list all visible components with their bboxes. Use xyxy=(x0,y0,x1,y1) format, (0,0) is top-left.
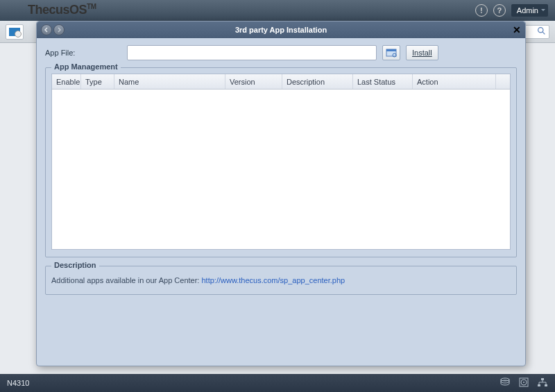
close-button[interactable]: ✕ xyxy=(513,24,521,35)
svg-line-1 xyxy=(543,32,545,34)
dialog-title: 3rd party App Installation xyxy=(37,26,525,34)
disk-icon[interactable] xyxy=(500,377,511,389)
browse-icon xyxy=(386,48,397,58)
status-bar: N4310 xyxy=(0,374,555,392)
description-panel: Description Additional apps available in… xyxy=(45,266,517,295)
col-last-status[interactable]: Last Status xyxy=(353,74,413,89)
dialog-titlebar[interactable]: 3rd party App Installation ✕ xyxy=(37,22,525,38)
col-version[interactable]: Version xyxy=(225,74,282,89)
col-spacer xyxy=(496,74,510,89)
app-management-legend: App Management xyxy=(51,62,121,71)
app-table: Enable Type Name Version Description Las… xyxy=(51,74,511,250)
brand-logo: ThecusOSTM xyxy=(28,3,96,17)
svg-rect-12 xyxy=(545,384,547,386)
app-management-panel: App Management Enable Type Name Version … xyxy=(45,67,517,257)
browse-button[interactable] xyxy=(382,45,400,60)
col-enable[interactable]: Enable xyxy=(52,74,81,89)
col-type[interactable]: Type xyxy=(81,74,114,89)
app-center-link[interactable]: http://www.thecus.com/sp_app_center.php xyxy=(201,276,345,284)
svg-rect-11 xyxy=(538,384,540,386)
search-icon xyxy=(537,26,546,37)
install-button[interactable]: Install xyxy=(406,45,438,60)
apps-shortcut-icon[interactable] xyxy=(6,24,24,40)
model-label: N4310 xyxy=(7,379,29,387)
table-body xyxy=(52,90,510,249)
svg-rect-3 xyxy=(386,49,396,51)
col-action[interactable]: Action xyxy=(413,74,496,89)
description-text: Additional apps available in our App Cen… xyxy=(51,276,201,284)
file-label: App File: xyxy=(45,49,121,57)
svg-rect-10 xyxy=(541,378,544,380)
app-file-input[interactable] xyxy=(127,45,377,60)
app-installation-dialog: 3rd party App Installation ✕ App File: I… xyxy=(36,21,526,366)
col-description[interactable]: Description xyxy=(282,74,353,89)
network-icon[interactable] xyxy=(537,377,548,389)
col-name[interactable]: Name xyxy=(114,74,225,89)
help-icon[interactable]: ? xyxy=(493,4,506,17)
svg-point-9 xyxy=(523,382,524,383)
table-header: Enable Type Name Version Description Las… xyxy=(52,74,510,90)
description-legend: Description xyxy=(51,261,99,269)
alert-icon[interactable]: ! xyxy=(475,4,488,17)
fan-icon[interactable] xyxy=(519,377,529,389)
svg-point-0 xyxy=(538,27,543,32)
admin-menu[interactable]: Admin xyxy=(511,4,548,17)
